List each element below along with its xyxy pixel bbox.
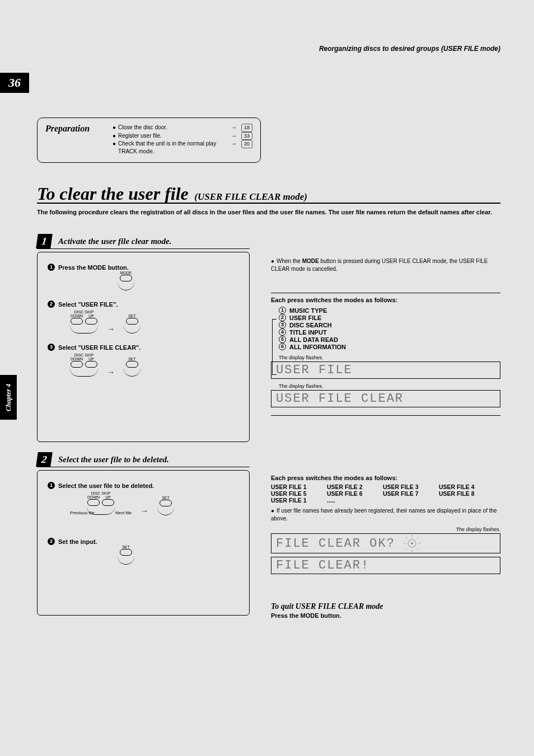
userfile-item: .....	[327, 497, 372, 504]
display-flash-note: The display flashes.	[279, 355, 500, 360]
press-arc-icon	[118, 280, 134, 290]
arrow-icon: →	[140, 506, 148, 515]
step2-b: 2Set the input.	[48, 538, 239, 545]
userfiles-grid: USER FILE 1 USER FILE 2 USER FILE 3 USER…	[271, 483, 500, 504]
mode-item: TITLE INPUT	[289, 329, 327, 336]
lcd-display-2: USER FILE CLEAR	[271, 390, 500, 407]
userfile-item: USER FILE 5	[271, 490, 316, 497]
step1-b-text: Select "USER FILE".	[58, 301, 118, 308]
lcd-display-1: USER FILE	[271, 361, 500, 379]
page-ref: 20	[241, 140, 252, 148]
arrow-icon: →	[107, 368, 115, 377]
mode-item: MUSIC TYPE	[289, 307, 327, 314]
userfile-item: USER FILE 4	[439, 483, 484, 490]
quit-subtitle: Press the MODE button.	[271, 612, 500, 619]
step2-caption: Select the user file to be deleted.	[58, 455, 169, 464]
right-note-1: ●When the MODE button is pressed during …	[271, 257, 500, 293]
svg-point-1	[411, 542, 413, 544]
step1-heading: 1 Activate the user file clear mode.	[37, 234, 250, 249]
preparation-title: Preparation	[45, 124, 90, 134]
page-number: 36	[0, 73, 29, 93]
svg-line-8	[406, 548, 407, 550]
up-label: UP	[88, 314, 94, 318]
page-ref: 33	[241, 132, 252, 140]
mode-item: DISC SEARCH	[289, 322, 332, 328]
mode-item: ALL INFORMATION	[289, 344, 346, 350]
title-rule	[37, 203, 500, 204]
userfile-item: USER FILE 7	[383, 490, 428, 497]
set-label: SET	[128, 314, 136, 318]
divider	[271, 415, 500, 416]
up-label: UP	[105, 495, 111, 499]
step1-c: 3Select "USER FILE CLEAR".	[48, 344, 239, 351]
right-modes-block: Each press switches the modes as follows…	[271, 297, 500, 416]
page-ref: 18	[241, 124, 252, 132]
press-arc-icon	[70, 323, 98, 334]
step1-a-text: Press the MODE button.	[58, 264, 129, 271]
step1-caption: Activate the user file clear mode.	[58, 237, 171, 246]
title-main: To clear the user file	[37, 184, 189, 204]
down-label: DOWN	[71, 357, 83, 361]
step2-panel: 1Select the user file to be deleted. DIS…	[37, 470, 250, 616]
set-label: SET	[162, 496, 170, 500]
divider	[271, 293, 500, 293]
prep-item-text: Register user file.	[118, 132, 228, 140]
disc-skip-label: DISC SKIP	[74, 310, 94, 314]
intro-text: The following procedure clears the regis…	[37, 208, 500, 217]
step1-c-text: Select "USER FILE CLEAR".	[58, 344, 140, 351]
each-press-heading: Each press switches the modes as follows…	[271, 297, 500, 303]
press-arc-icon	[124, 367, 140, 377]
chapter-tab: Chapter 4	[0, 375, 17, 420]
lcd-display-4: FILE CLEAR!	[271, 557, 500, 574]
step2-a-text: Select the user file to be deleted.	[58, 482, 154, 489]
display-flash-note: The display flashes.	[279, 383, 500, 389]
prep-item-text: Close the disc door.	[118, 124, 228, 132]
section-header: Reorganizing discs to desired groups (US…	[319, 45, 500, 53]
right-userfiles-block: Each press switches the modes as follows…	[271, 475, 500, 574]
quit-block: To quit USER FILE CLEAR mode Press the M…	[271, 597, 500, 619]
step-number-1: 1	[36, 234, 53, 248]
disc-skip-label: DISC SKIP	[91, 491, 111, 495]
press-arc-icon	[157, 505, 174, 515]
previous-file-label: Previous file	[70, 510, 95, 515]
step2-a: 1Select the user file to be deleted.	[48, 482, 239, 489]
note-text: If user file names have already been reg…	[271, 508, 497, 522]
press-arc-icon	[70, 367, 98, 377]
press-arc-icon	[118, 555, 134, 565]
lcd-display-3: FILE CLEAR OK?	[271, 533, 500, 553]
svg-line-7	[417, 537, 418, 538]
mode-item: ALL DATA READ	[289, 336, 338, 343]
display-flash-note: The display flashes.	[271, 527, 500, 532]
set-label: SET	[122, 545, 130, 549]
disc-spin-icon	[404, 535, 420, 552]
note-text: When the	[277, 258, 302, 264]
quit-title: To quit USER FILE CLEAR mode	[271, 602, 500, 611]
svg-line-6	[406, 537, 407, 538]
step1-panel: 1Press the MODE button. MODE 2Select "US…	[37, 252, 250, 442]
down-label: DOWN	[87, 495, 100, 499]
step1-b: 2Select "USER FILE".	[48, 300, 239, 308]
main-title: To clear the user file (USER FILE CLEAR …	[37, 184, 307, 204]
next-file-label: Next file	[115, 510, 132, 515]
step2-heading: 2 Select the user file to be deleted.	[37, 452, 250, 467]
bracket-icon	[272, 319, 277, 375]
disc-skip-label: DISC SKIP	[74, 353, 94, 357]
step2-b-text: Set the input.	[58, 538, 97, 545]
each-press-heading-2: Each press switches the modes as follows…	[271, 475, 500, 481]
mode-label: MODE	[120, 271, 132, 275]
mode-item: USER FILE	[289, 314, 321, 321]
lcd-text: FILE CLEAR OK?	[276, 537, 395, 551]
arrow-icon: →	[107, 325, 115, 334]
step1-a: 1Press the MODE button.	[48, 264, 239, 271]
down-label: DOWN	[71, 314, 83, 318]
step-number-2: 2	[36, 452, 53, 467]
preparation-box: Preparation ●Close the disc door.→18 ●Re…	[37, 118, 261, 163]
svg-line-9	[417, 548, 418, 550]
userfile-item: USER FILE 3	[383, 483, 428, 490]
prep-item-text: Check that the unit is in the normal pla…	[118, 140, 228, 156]
userfile-item: USER FILE 1	[271, 483, 316, 490]
userfile-item: USER FILE 1	[271, 497, 316, 504]
userfile-item: USER FILE 8	[439, 490, 484, 497]
set-label: SET	[128, 357, 136, 361]
title-sub: (USER FILE CLEAR mode)	[194, 191, 307, 202]
